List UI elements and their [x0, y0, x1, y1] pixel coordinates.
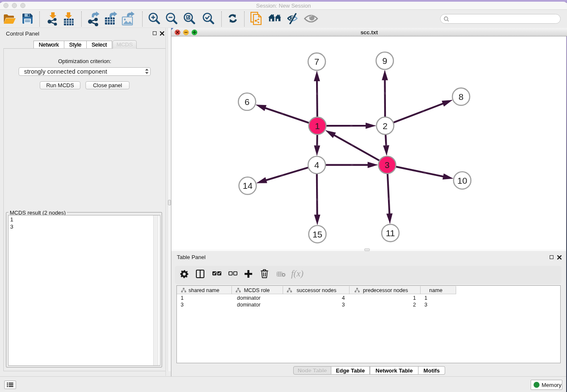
svg-text:10: 10	[457, 176, 467, 185]
svg-text:14: 14	[243, 181, 253, 190]
svg-text:15: 15	[312, 229, 322, 239]
svg-text:7: 7	[314, 57, 319, 66]
svg-text:1: 1	[315, 121, 320, 131]
svg-text:2: 2	[383, 121, 388, 131]
svg-text:11: 11	[386, 228, 395, 238]
svg-text:6: 6	[245, 97, 250, 107]
svg-text:9: 9	[382, 56, 387, 66]
svg-text:4: 4	[314, 160, 319, 170]
svg-text:8: 8	[459, 92, 464, 102]
svg-text:3: 3	[385, 160, 390, 170]
